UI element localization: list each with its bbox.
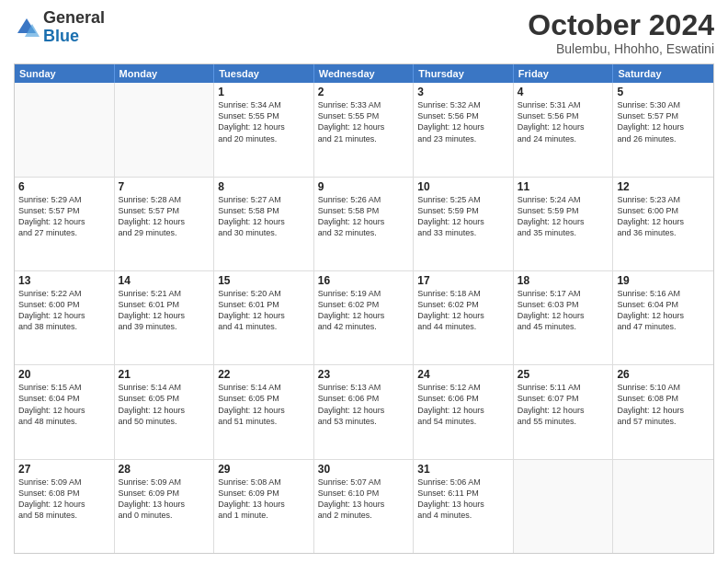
day-info: Sunrise: 5:27 AM Sunset: 5:58 PM Dayligh… — [218, 194, 310, 239]
day-cell-5: 5Sunrise: 5:30 AM Sunset: 5:57 PM Daylig… — [613, 83, 713, 176]
day-cell-26: 26Sunrise: 5:10 AM Sunset: 6:08 PM Dayli… — [613, 365, 713, 458]
logo-icon — [14, 15, 40, 40]
day-info: Sunrise: 5:06 AM Sunset: 6:11 PM Dayligh… — [417, 477, 509, 522]
day-info: Sunrise: 5:25 AM Sunset: 5:59 PM Dayligh… — [417, 194, 509, 239]
day-info: Sunrise: 5:18 AM Sunset: 6:02 PM Dayligh… — [417, 288, 509, 333]
week-row-2: 6Sunrise: 5:29 AM Sunset: 5:57 PM Daylig… — [15, 178, 713, 271]
calendar-body: 1Sunrise: 5:34 AM Sunset: 5:55 PM Daylig… — [15, 83, 713, 553]
header-day-friday: Friday — [514, 64, 614, 83]
day-cell-3: 3Sunrise: 5:32 AM Sunset: 5:56 PM Daylig… — [414, 83, 514, 176]
day-info: Sunrise: 5:26 AM Sunset: 5:58 PM Dayligh… — [318, 194, 410, 239]
header-day-monday: Monday — [115, 64, 215, 83]
day-info: Sunrise: 5:09 AM Sunset: 6:09 PM Dayligh… — [119, 477, 210, 522]
empty-cell-4-6 — [613, 460, 713, 553]
day-info: Sunrise: 5:22 AM Sunset: 6:00 PM Dayligh… — [18, 288, 110, 333]
day-cell-24: 24Sunrise: 5:12 AM Sunset: 6:06 PM Dayli… — [414, 365, 514, 458]
day-number: 19 — [617, 274, 710, 287]
day-info: Sunrise: 5:10 AM Sunset: 6:08 PM Dayligh… — [617, 382, 710, 427]
logo-general: General — [43, 9, 105, 28]
day-number: 23 — [318, 368, 410, 381]
logo-blue: Blue — [43, 28, 105, 46]
day-number: 6 — [18, 180, 110, 193]
day-number: 22 — [218, 368, 310, 381]
day-info: Sunrise: 5:23 AM Sunset: 6:00 PM Dayligh… — [617, 194, 710, 239]
title-area: October 2024 Bulembu, Hhohho, Eswatini — [528, 9, 714, 56]
day-info: Sunrise: 5:33 AM Sunset: 5:55 PM Dayligh… — [318, 99, 410, 144]
month-title: October 2024 — [528, 9, 714, 41]
day-cell-22: 22Sunrise: 5:14 AM Sunset: 6:05 PM Dayli… — [214, 365, 314, 458]
day-info: Sunrise: 5:34 AM Sunset: 5:55 PM Dayligh… — [218, 99, 310, 144]
day-info: Sunrise: 5:09 AM Sunset: 6:08 PM Dayligh… — [18, 477, 110, 522]
day-cell-25: 25Sunrise: 5:11 AM Sunset: 6:07 PM Dayli… — [514, 365, 614, 458]
day-cell-21: 21Sunrise: 5:14 AM Sunset: 6:05 PM Dayli… — [115, 365, 215, 458]
day-cell-13: 13Sunrise: 5:22 AM Sunset: 6:00 PM Dayli… — [15, 271, 115, 364]
day-info: Sunrise: 5:31 AM Sunset: 5:56 PM Dayligh… — [518, 99, 609, 144]
day-info: Sunrise: 5:30 AM Sunset: 5:57 PM Dayligh… — [617, 99, 710, 144]
day-info: Sunrise: 5:12 AM Sunset: 6:06 PM Dayligh… — [417, 382, 509, 427]
day-cell-10: 10Sunrise: 5:25 AM Sunset: 5:59 PM Dayli… — [414, 178, 514, 270]
day-cell-6: 6Sunrise: 5:29 AM Sunset: 5:57 PM Daylig… — [15, 178, 115, 270]
day-cell-15: 15Sunrise: 5:20 AM Sunset: 6:01 PM Dayli… — [214, 271, 314, 364]
week-row-4: 20Sunrise: 5:15 AM Sunset: 6:04 PM Dayli… — [15, 365, 713, 459]
day-cell-11: 11Sunrise: 5:24 AM Sunset: 5:59 PM Dayli… — [514, 178, 614, 270]
day-info: Sunrise: 5:14 AM Sunset: 6:05 PM Dayligh… — [218, 382, 310, 427]
day-info: Sunrise: 5:17 AM Sunset: 6:03 PM Dayligh… — [518, 288, 609, 333]
day-cell-18: 18Sunrise: 5:17 AM Sunset: 6:03 PM Dayli… — [514, 271, 614, 364]
day-cell-7: 7Sunrise: 5:28 AM Sunset: 5:57 PM Daylig… — [115, 178, 215, 270]
day-number: 4 — [518, 86, 609, 98]
day-number: 3 — [417, 86, 509, 98]
day-number: 16 — [318, 274, 410, 287]
day-info: Sunrise: 5:24 AM Sunset: 5:59 PM Dayligh… — [518, 194, 609, 239]
day-cell-14: 14Sunrise: 5:21 AM Sunset: 6:01 PM Dayli… — [115, 271, 215, 364]
day-number: 11 — [518, 180, 609, 193]
day-info: Sunrise: 5:11 AM Sunset: 6:07 PM Dayligh… — [518, 382, 609, 427]
day-cell-23: 23Sunrise: 5:13 AM Sunset: 6:06 PM Dayli… — [314, 365, 415, 458]
day-number: 28 — [119, 463, 210, 476]
day-cell-8: 8Sunrise: 5:27 AM Sunset: 5:58 PM Daylig… — [214, 178, 314, 270]
day-number: 30 — [318, 463, 410, 476]
week-row-1: 1Sunrise: 5:34 AM Sunset: 5:55 PM Daylig… — [15, 83, 713, 177]
day-cell-27: 27Sunrise: 5:09 AM Sunset: 6:08 PM Dayli… — [15, 460, 115, 553]
day-info: Sunrise: 5:13 AM Sunset: 6:06 PM Dayligh… — [318, 382, 410, 427]
day-number: 9 — [318, 180, 410, 193]
day-number: 29 — [218, 463, 310, 476]
header-day-wednesday: Wednesday — [314, 64, 415, 83]
day-cell-30: 30Sunrise: 5:07 AM Sunset: 6:10 PM Dayli… — [314, 460, 415, 553]
day-info: Sunrise: 5:16 AM Sunset: 6:04 PM Dayligh… — [617, 288, 710, 333]
logo-text: General Blue — [43, 9, 105, 46]
day-number: 17 — [417, 274, 509, 287]
day-cell-9: 9Sunrise: 5:26 AM Sunset: 5:58 PM Daylig… — [314, 178, 415, 270]
day-number: 7 — [119, 180, 210, 193]
day-info: Sunrise: 5:20 AM Sunset: 6:01 PM Dayligh… — [218, 288, 310, 333]
week-row-3: 13Sunrise: 5:22 AM Sunset: 6:00 PM Dayli… — [15, 271, 713, 365]
empty-cell-0-1 — [115, 83, 215, 176]
day-cell-28: 28Sunrise: 5:09 AM Sunset: 6:09 PM Dayli… — [115, 460, 215, 553]
day-info: Sunrise: 5:28 AM Sunset: 5:57 PM Dayligh… — [119, 194, 210, 239]
day-cell-29: 29Sunrise: 5:08 AM Sunset: 6:09 PM Dayli… — [214, 460, 314, 553]
empty-cell-4-5 — [514, 460, 614, 553]
day-number: 18 — [518, 274, 609, 287]
day-info: Sunrise: 5:07 AM Sunset: 6:10 PM Dayligh… — [318, 477, 410, 522]
day-number: 5 — [617, 86, 710, 98]
calendar-header: SundayMondayTuesdayWednesdayThursdayFrid… — [15, 64, 713, 83]
day-cell-12: 12Sunrise: 5:23 AM Sunset: 6:00 PM Dayli… — [613, 178, 713, 270]
day-number: 15 — [218, 274, 310, 287]
day-number: 27 — [18, 463, 110, 476]
day-cell-17: 17Sunrise: 5:18 AM Sunset: 6:02 PM Dayli… — [414, 271, 514, 364]
day-number: 1 — [218, 86, 310, 98]
day-number: 20 — [18, 368, 110, 381]
day-number: 26 — [617, 368, 710, 381]
day-number: 2 — [318, 86, 410, 98]
location: Bulembu, Hhohho, Eswatini — [528, 41, 714, 56]
day-cell-4: 4Sunrise: 5:31 AM Sunset: 5:56 PM Daylig… — [514, 83, 614, 176]
week-row-5: 27Sunrise: 5:09 AM Sunset: 6:08 PM Dayli… — [15, 460, 713, 553]
day-number: 12 — [617, 180, 710, 193]
day-cell-19: 19Sunrise: 5:16 AM Sunset: 6:04 PM Dayli… — [613, 271, 713, 364]
day-info: Sunrise: 5:19 AM Sunset: 6:02 PM Dayligh… — [318, 288, 410, 333]
day-info: Sunrise: 5:15 AM Sunset: 6:04 PM Dayligh… — [18, 382, 110, 427]
day-number: 25 — [518, 368, 609, 381]
day-number: 8 — [218, 180, 310, 193]
day-number: 10 — [417, 180, 509, 193]
day-info: Sunrise: 5:08 AM Sunset: 6:09 PM Dayligh… — [218, 477, 310, 522]
day-number: 13 — [18, 274, 110, 287]
